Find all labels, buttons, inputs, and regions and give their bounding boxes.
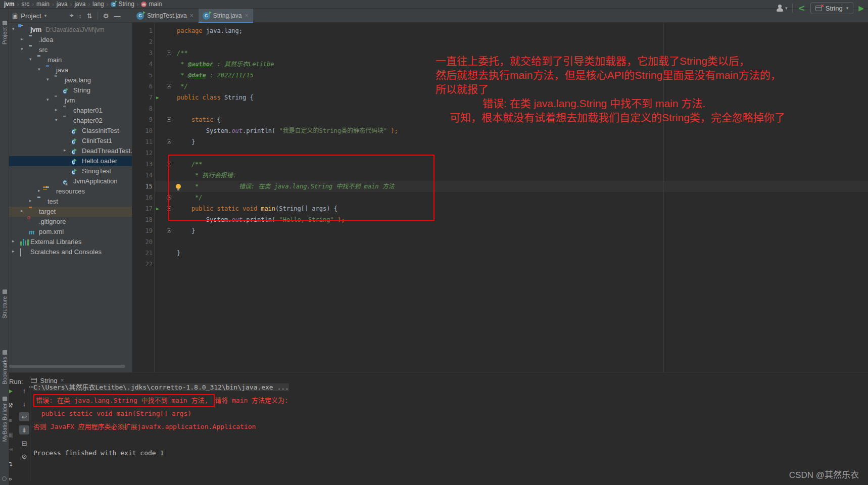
down-button[interactable]: ↓ [19, 399, 29, 408]
fold-end-icon[interactable] [167, 139, 171, 144]
editor-tab[interactable]: CString.java× [199, 9, 254, 23]
chevron-collapsed-icon[interactable]: ▸ [21, 36, 23, 41]
stripe-button-bookmarks[interactable]: Bookmarks [0, 350, 9, 384]
class-icon: C [72, 170, 75, 175]
run-line-icon[interactable]: ▶ [156, 92, 159, 103]
stripe-button-mybatis-builder[interactable]: MyBatis Builder [0, 397, 9, 442]
chevron-expanded-icon[interactable]: ▾ [21, 46, 23, 52]
line-number: 5 [132, 70, 153, 81]
code-text: package java.lang; [177, 25, 243, 36]
tree-item-chapter02[interactable]: ▾chapter02 [9, 116, 132, 126]
chevron-expanded-icon[interactable]: ▾ [46, 97, 49, 102]
tree-item-test[interactable]: ▸test [9, 197, 132, 207]
tree-item--gitignore[interactable]: .gitignore [9, 217, 132, 227]
breadcrumb: jvm›src›main›java›java›lang›CString›mmai… [4, 1, 162, 8]
chevron-collapsed-icon[interactable]: ▸ [55, 107, 58, 112]
print-button[interactable]: ⊟ [19, 439, 29, 448]
locate-file-button[interactable]: ⌖ [70, 12, 73, 20]
run-button[interactable]: ▶ [858, 4, 864, 12]
breadcrumb-item[interactable]: mmain [141, 1, 162, 8]
vcs-update-button[interactable]: < [798, 4, 805, 13]
tab-label: String.java [213, 12, 242, 19]
fold-end-icon[interactable] [167, 84, 171, 88]
console-output[interactable]: C:\Users\其然乐衣Letitbe\.jdks\corretto-1.8.… [33, 381, 289, 460]
console-toolbar-right: ↑↓↩⇟⊟⊘ [18, 386, 30, 461]
stripe-button-structure[interactable]: Structure [0, 289, 9, 319]
run-configuration-select[interactable]: × String ▾ [810, 2, 854, 14]
stripe-button-project[interactable]: Project [0, 21, 9, 44]
run-line-icon[interactable]: ▶ [156, 203, 159, 214]
fold-end-icon[interactable] [167, 228, 171, 233]
chevron-collapsed-icon[interactable]: ▸ [29, 198, 32, 203]
breadcrumb-item[interactable]: java [57, 1, 68, 8]
breadcrumb-separator: › [137, 1, 139, 7]
tree-item-pom-xml[interactable]: mpom.xml [9, 227, 132, 237]
tree-item-java-lang[interactable]: ▾java.lang [9, 75, 132, 85]
tree-item-jvm[interactable]: ▾jvmD:\Java\idea\JVM\jvm [9, 25, 132, 35]
breadcrumb-label: jvm [4, 1, 15, 8]
chevron-expanded-icon[interactable]: ▾ [55, 117, 58, 122]
line-number: 10 [132, 125, 153, 136]
console-line [33, 433, 289, 447]
console-line: public static void main(String[] args) [33, 407, 289, 420]
tree-item-java[interactable]: ▾java [9, 65, 132, 75]
fold-start-icon[interactable] [167, 51, 171, 55]
tree-item-string[interactable]: CString [9, 85, 132, 95]
chevron-expanded-icon[interactable]: ▾ [46, 77, 49, 82]
chevron-collapsed-icon[interactable]: ▸ [12, 238, 15, 244]
fold-start-icon[interactable] [167, 117, 171, 122]
user-menu[interactable]: ▾ [776, 4, 788, 12]
tree-item-clinittest1[interactable]: CClinitTest1 [9, 136, 132, 146]
tree-item-resources[interactable]: ▸resources [9, 186, 132, 197]
expand-all-button[interactable]: ↕ [78, 12, 82, 20]
chevron-collapsed-icon[interactable]: ▸ [12, 249, 15, 254]
close-icon[interactable]: × [245, 12, 248, 19]
stripe-bottom-icon[interactable] [2, 476, 7, 481]
breadcrumb-separator: › [52, 1, 54, 7]
tree-item--idea[interactable]: ▸.idea [9, 35, 132, 45]
up-button[interactable]: ↑ [19, 386, 29, 395]
code-text: /** [177, 47, 188, 59]
breadcrumb-item[interactable]: jvm [4, 1, 15, 8]
tree-item-main[interactable]: ▾main [9, 55, 132, 65]
tree-item-label: jvm [65, 96, 75, 104]
breadcrumb-item[interactable]: CString [111, 1, 134, 8]
close-icon[interactable]: × [190, 12, 194, 19]
chevron-collapsed-icon[interactable]: ▸ [21, 208, 23, 213]
chevron-expanded-icon[interactable]: ▾ [12, 26, 15, 31]
settings-gear-button[interactable]: ⚙ [103, 12, 109, 20]
line-number: 9 [132, 114, 153, 125]
horizontal-scrollbar[interactable] [9, 365, 125, 368]
console-line: 错误: 在类 java.lang.String 中找不到 main 方法, 请将… [33, 394, 289, 407]
tree-item-deadthreadtest-java[interactable]: ▸CDeadThreadTest.java [9, 146, 132, 156]
tree-item-jvmapplication[interactable]: CJvmApplication [9, 176, 132, 186]
soft-wrap-button[interactable]: ↩ [19, 412, 29, 421]
chevron-collapsed-icon[interactable]: ▸ [64, 148, 66, 153]
chevron-expanded-icon[interactable]: ▾ [38, 67, 40, 72]
editor-tab[interactable]: CStringTest.java× [132, 9, 199, 23]
breadcrumb-item[interactable]: src [21, 1, 29, 8]
scroll-end-button[interactable]: ⇟ [19, 425, 29, 434]
breadcrumb-item[interactable]: java [74, 1, 85, 8]
breadcrumb-item[interactable]: lang [92, 1, 104, 8]
chevron-expanded-icon[interactable]: ▾ [29, 57, 32, 62]
hide-panel-button[interactable]: — [114, 12, 120, 20]
tree-item-jvm[interactable]: ▾jvm [9, 95, 132, 106]
tree-item-classinittest[interactable]: CClassInitTest [9, 126, 132, 136]
collapse-all-button[interactable]: ⇅ [87, 12, 92, 20]
chevron-down-icon: ▾ [846, 6, 849, 11]
tool-window-icon [3, 289, 7, 294]
tree-item-scratches-and-consoles[interactable]: ▸Scratches and Consoles [9, 247, 132, 257]
clear-button[interactable]: ⊘ [19, 452, 29, 461]
line-number: 4 [132, 59, 153, 70]
tree-item-src[interactable]: ▾src [9, 45, 132, 55]
tree-item-helloloader[interactable]: CHelloLoader [9, 156, 132, 166]
breadcrumb-bar: jvm›src›main›java›java›lang›CString›mmai… [0, 0, 868, 9]
code-editor[interactable]: 1package java.lang;23/**4 * @author : 其然… [132, 23, 868, 372]
chevron-collapsed-icon[interactable]: ▸ [38, 188, 40, 193]
tree-item-external-libraries[interactable]: ▸External Libraries [9, 237, 132, 247]
tree-item-stringtest[interactable]: CStringTest [9, 166, 132, 176]
code-text: System.out.println( "我是自定义的String类的静态代码块… [177, 125, 398, 136]
breadcrumb-item[interactable]: main [36, 1, 50, 8]
tree-item-chapter01[interactable]: ▸chapter01 [9, 106, 132, 116]
